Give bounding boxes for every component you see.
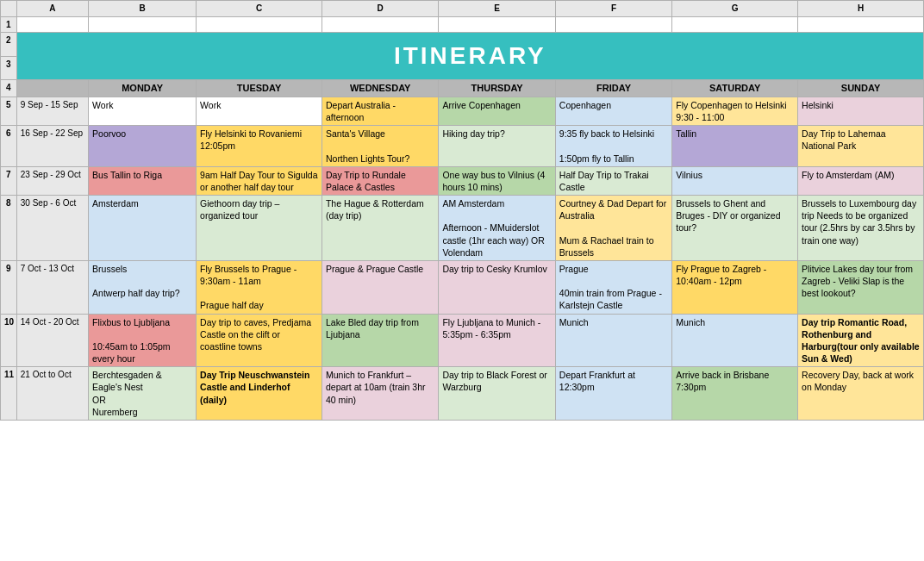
week-9-label: 7 Oct - 13 Oct <box>16 260 88 314</box>
col-h-header: H <box>798 1 924 17</box>
row10-friday: Munich <box>555 314 671 367</box>
row10-saturday: Munich <box>672 314 798 367</box>
row6-monday: Poorvoo <box>89 126 197 167</box>
column-letters-row: A B C D E F G H <box>1 1 924 17</box>
row7-saturday: Vilnius <box>672 166 798 195</box>
row11-thursday: Day trip to Black Forest or Warzburg <box>439 367 555 421</box>
row6-sunday: Day Trip to Lahemaa National Park <box>798 126 924 167</box>
rownum-7: 7 <box>1 166 17 195</box>
col-g-header: G <box>672 1 798 17</box>
row9-friday: Prague 40min train from Prague - Karlste… <box>555 260 671 314</box>
corner-cell <box>1 1 17 17</box>
itinerary-table: A B C D E F G H 1 2 ITINERARY <box>0 0 924 421</box>
title-row: 2 ITINERARY <box>1 33 924 57</box>
week-10-label: 14 Oct - 20 Oct <box>16 314 88 367</box>
row8-friday: Courtney & Dad Depart for Australia Mum … <box>555 196 671 261</box>
row-9: 9 7 Oct - 13 Oct Brussels Antwerp half d… <box>1 260 924 314</box>
row5-saturday: Fly Copenhagen to Helsinki 9:30 - 11:00 <box>672 97 798 125</box>
rownum-11: 11 <box>1 367 17 421</box>
wednesday-header: WEDNESDAY <box>322 80 438 97</box>
week-col-header <box>16 80 88 97</box>
row11-saturday: Arrive back in Brisbane 7:30pm <box>672 367 798 421</box>
week-7-label: 23 Sep - 29 Oct <box>16 166 88 195</box>
row-10: 10 14 Oct - 20 Oct Flixbus to Ljubljana … <box>1 314 924 367</box>
row-8: 8 30 Sep - 6 Oct Amsterdam Giethoorn day… <box>1 196 924 261</box>
week-8-label: 30 Sep - 6 Oct <box>16 196 88 261</box>
row6-tuesday: Fly Helsinki to Rovaniemi 12:05pm <box>197 126 322 167</box>
rownum-3: 3 <box>1 56 17 80</box>
rownum-4: 4 <box>1 80 17 97</box>
row5-tuesday: Work <box>197 97 322 125</box>
tuesday-header: TUESDAY <box>197 80 322 97</box>
row8-sunday: Brussels to Luxembourg day trip Needs to… <box>798 196 924 261</box>
row-1: 1 <box>1 16 924 33</box>
rownum-9: 9 <box>1 260 17 314</box>
row10-wednesday: Lake Bled day trip from Ljubjana <box>322 314 438 367</box>
row5-friday: Copenhagen <box>555 97 671 125</box>
week-5-label: 9 Sep - 15 Sep <box>16 97 88 125</box>
row11-friday: Depart Frankfurt at 12:30pm <box>555 367 671 421</box>
col-b-header: B <box>89 1 197 17</box>
row-6: 6 16 Sep - 22 Sep Poorvoo Fly Helsinki t… <box>1 126 924 167</box>
row8-saturday: Brussels to Ghent and Bruges - DIY or or… <box>672 196 798 261</box>
row7-thursday: One way bus to Vilnius (4 hours 10 mins) <box>439 166 555 195</box>
title-cell: ITINERARY <box>16 33 923 80</box>
thursday-header: THURSDAY <box>439 80 555 97</box>
row7-friday: Half Day Trip to Trakai Castle <box>555 166 671 195</box>
friday-header: FRIDAY <box>555 80 671 97</box>
row6-thursday: Hiking day trip? <box>439 126 555 167</box>
row10-monday: Flixbus to Ljubljana 10:45am to 1:05pm e… <box>89 314 197 367</box>
rownum-5: 5 <box>1 97 17 125</box>
row9-wednesday: Prague & Prague Castle <box>322 260 438 314</box>
row11-tuesday: Day Trip Neuschwanstein Castle and Linde… <box>197 367 322 421</box>
row6-wednesday: Santa's Village Northen Lights Tour? <box>322 126 438 167</box>
row9-thursday: Day trip to Cesky Krumlov <box>439 260 555 314</box>
row-5: 5 9 Sep - 15 Sep Work Work Depart Austra… <box>1 97 924 125</box>
col-c-header: C <box>197 1 322 17</box>
row11-monday: Berchtesgaden & Eagle's Nest OR Nurember… <box>89 367 197 421</box>
row9-monday: Brussels Antwerp half day trip? <box>89 260 197 314</box>
day-headers-row: 4 MONDAY TUESDAY WEDNESDAY THURSDAY FRID… <box>1 80 924 97</box>
row8-tuesday: Giethoorn day trip – organized tour <box>197 196 322 261</box>
monday-header: MONDAY <box>89 80 197 97</box>
row-7: 7 23 Sep - 29 Oct Bus Tallin to Riga 9am… <box>1 166 924 195</box>
rownum-2: 2 <box>1 33 17 57</box>
row8-thursday: AM Amsterdam Afternoon - MMuiderslot cas… <box>439 196 555 261</box>
row7-tuesday: 9am Half Day Tour to Sigulda or another … <box>197 166 322 195</box>
col-d-header: D <box>322 1 438 17</box>
row7-sunday: Fly to Amsterdam (AM) <box>798 166 924 195</box>
row8-monday: Amsterdam <box>89 196 197 261</box>
row5-monday: Work <box>89 97 197 125</box>
col-a-header: A <box>16 1 88 17</box>
row8-wednesday: The Hague & Rotterdam (day trip) <box>322 196 438 261</box>
row7-monday: Bus Tallin to Riga <box>89 166 197 195</box>
week-6-label: 16 Sep - 22 Sep <box>16 126 88 167</box>
rownum-10: 10 <box>1 314 17 367</box>
row6-friday: 9:35 fly back to Helsinki 1:50pm fly to … <box>555 126 671 167</box>
row5-sunday: Helsinki <box>798 97 924 125</box>
row9-sunday: Plitvice Lakes day tour from Zagreb - Ve… <box>798 260 924 314</box>
row9-saturday: Fly Prague to Zagreb - 10:40am - 12pm <box>672 260 798 314</box>
rownum-8: 8 <box>1 196 17 261</box>
row-11: 11 21 Oct to Oct Berchtesgaden & Eagle's… <box>1 367 924 421</box>
row5-thursday: Arrive Copenhagen <box>439 97 555 125</box>
saturday-header: SATURDAY <box>672 80 798 97</box>
row5-wednesday: Depart Australia - afternoon <box>322 97 438 125</box>
row7-wednesday: Day Trip to Rundale Palace & Castles <box>322 166 438 195</box>
col-f-header: F <box>555 1 671 17</box>
rownum-6: 6 <box>1 126 17 167</box>
col-e-header: E <box>439 1 555 17</box>
row10-tuesday: Day trip to caves, Predjama Castle on th… <box>197 314 322 367</box>
row10-thursday: Fly Ljubljana to Munich - 5:35pm - 6:35p… <box>439 314 555 367</box>
row11-wednesday: Munich to Frankfurt – depart at 10am (tr… <box>322 367 438 421</box>
row9-tuesday: Fly Brussels to Prague - 9:30am - 11am P… <box>197 260 322 314</box>
rownum-1: 1 <box>1 16 17 33</box>
row6-saturday: Tallin <box>672 126 798 167</box>
sunday-header: SUNDAY <box>798 80 924 97</box>
row10-sunday: Day trip Romantic Road, Rothenburg and H… <box>798 314 924 367</box>
row11-sunday: Recovery Day, back at work on Monday <box>798 367 924 421</box>
week-11-label: 21 Oct to Oct <box>16 367 88 421</box>
